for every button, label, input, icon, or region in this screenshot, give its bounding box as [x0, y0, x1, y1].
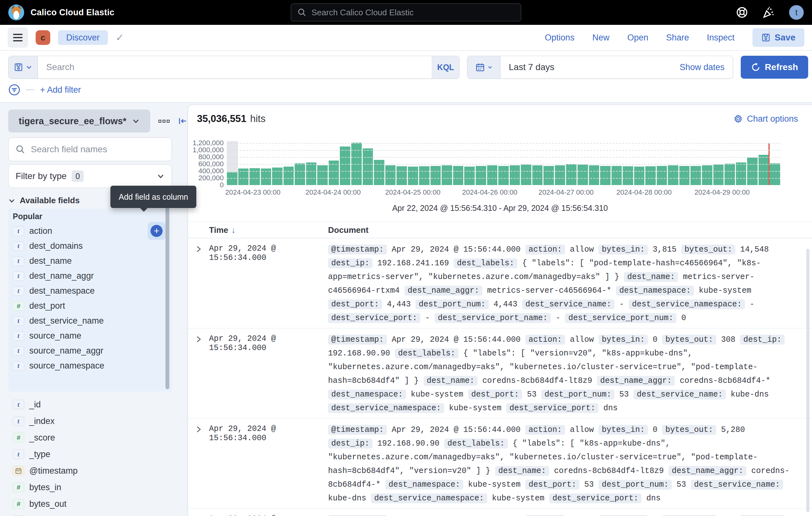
field-item-_score[interactable]: #_score	[8, 429, 172, 446]
chevron-right-icon	[195, 335, 202, 343]
doc-field-badge: dest_ip:	[328, 258, 373, 268]
field-item-dest_namespace[interactable]: tdest_namespace	[8, 283, 172, 298]
breadcrumb[interactable]: Discover	[58, 30, 108, 45]
save-button[interactable]: Save	[753, 28, 804, 47]
field-item-_index[interactable]: t_index	[8, 413, 172, 429]
kql-language-button[interactable]: KQL	[432, 56, 459, 78]
hits-count: 35,036,551	[197, 113, 246, 125]
x-axis-tick-label: 2024-04-26 00:00	[462, 188, 517, 196]
collapse-sidebar-icon[interactable]	[178, 116, 188, 126]
sidebar-scrollbar[interactable]	[166, 207, 169, 389]
global-search-input[interactable]: Search Calico Cloud Elastic	[291, 3, 521, 21]
saved-query-menu-button[interactable]	[8, 56, 38, 78]
field-item-_id[interactable]: t_id	[8, 396, 172, 413]
doc-field-badge: dest_service_name:	[691, 480, 783, 490]
field-item-dest_service_name[interactable]: tdest_service_name	[8, 314, 172, 328]
histogram-bar	[555, 165, 566, 185]
nav-link-open[interactable]: Open	[627, 33, 648, 43]
news-party-popper-icon[interactable]	[762, 6, 775, 19]
gridline	[227, 143, 780, 144]
field-search-input[interactable]: Search field names	[8, 138, 172, 161]
histogram-bar	[725, 164, 735, 185]
brand: Calico Cloud Elastic	[8, 4, 115, 20]
histogram-bar	[431, 166, 441, 185]
nav-link-options[interactable]: Options	[545, 33, 574, 43]
field-item-_type[interactable]: t_type	[8, 446, 172, 462]
field-item-source_name[interactable]: tsource_name	[8, 328, 172, 343]
field-name: dest_namespace	[29, 286, 95, 296]
text-field-icon: t	[13, 241, 24, 251]
nav-link-share[interactable]: Share	[666, 33, 689, 43]
histogram-bar	[623, 166, 633, 185]
doc-field-badge: dest_labels:	[454, 258, 517, 268]
date-picker[interactable]: Last 7 days Show dates	[467, 56, 733, 79]
doc-field-badge: action:	[525, 245, 565, 254]
field-item-dest_name[interactable]: tdest_name	[8, 253, 172, 269]
table-row: Apr 29, 2024 @ 15:56:34.000@timestamp: A…	[188, 418, 812, 508]
histogram-bar	[453, 166, 464, 185]
histogram-bar	[600, 166, 611, 185]
histogram-bar	[668, 165, 678, 185]
histogram-bar	[691, 166, 701, 185]
expand-row-button[interactable]	[188, 513, 209, 516]
histogram-bar	[227, 172, 237, 185]
field-item-@timestamp[interactable]: @timestamp	[8, 462, 172, 479]
field-item-action[interactable]: taction+	[8, 224, 172, 239]
doc-field-badge: bytes_in:	[599, 245, 648, 254]
text-field-icon: t	[13, 316, 24, 326]
histogram-bar	[645, 166, 656, 185]
nav-link-new[interactable]: New	[592, 33, 609, 43]
histogram-bar	[306, 162, 317, 185]
expand-row-button[interactable]	[188, 243, 209, 325]
field-item-source_name_aggr[interactable]: tsource_name_aggr	[8, 343, 172, 358]
field-item-dest_ip[interactable]: IPdest_ip	[8, 512, 172, 516]
space-avatar[interactable]: c	[36, 30, 50, 45]
chevron-down-icon	[488, 65, 493, 70]
index-pattern-select[interactable]: tigera_secure_ee_flows*	[8, 110, 150, 133]
field-name: @timestamp	[29, 466, 78, 476]
add-filter-button[interactable]: + Add filter	[40, 85, 81, 95]
time-range-summary: Apr 22, 2024 @ 15:56:54.310 - Apr 29, 20…	[188, 203, 812, 213]
time-range-value[interactable]: Last 7 days	[500, 62, 679, 72]
doc-field-badge: dest_service_name:	[522, 299, 614, 309]
refresh-button[interactable]: Refresh	[741, 56, 808, 79]
time-column-header[interactable]: Time ↓	[209, 225, 328, 235]
text-field-icon: t	[13, 361, 24, 371]
user-avatar[interactable]: t	[789, 5, 804, 20]
save-floppy-icon	[14, 63, 23, 72]
filter-type-count-badge: 0	[71, 170, 84, 182]
show-dates-button[interactable]: Show dates	[679, 62, 733, 72]
histogram-bar	[521, 165, 531, 185]
x-axis-tick-label: 2024-04-24 00:00	[306, 188, 361, 196]
histogram-bar	[657, 166, 667, 185]
date-quick-select-button[interactable]	[467, 56, 500, 78]
field-item-bytes_out[interactable]: #bytes_out	[8, 496, 172, 512]
field-item-dest_domains[interactable]: tdest_domains	[8, 239, 172, 253]
field-item-bytes_in[interactable]: #bytes_in	[8, 479, 172, 496]
expand-row-button[interactable]	[188, 423, 209, 505]
field-item-dest_port[interactable]: #dest_port	[8, 298, 172, 314]
text-field-icon: t	[13, 346, 24, 356]
histogram-bar	[442, 165, 452, 185]
save-floppy-icon	[761, 33, 770, 42]
help-lifering-icon[interactable]	[736, 6, 748, 19]
menu-hamburger-button[interactable]	[8, 27, 28, 48]
histogram-bar	[532, 165, 543, 185]
filter-by-type-select[interactable]: Filter by type 0	[8, 164, 172, 188]
query-search-input[interactable]: Search KQL	[8, 56, 460, 79]
fields-sidebar: tigera_secure_ee_flows* Search field nam…	[0, 103, 188, 516]
chart-options-button[interactable]: Chart options	[733, 114, 798, 124]
field-item-source_namespace[interactable]: tsource_namespace	[8, 358, 172, 373]
add-field-as-column-button[interactable]: +	[148, 222, 166, 240]
refresh-icon	[751, 62, 760, 72]
number-field-icon: #	[13, 499, 24, 509]
filter-icon[interactable]	[8, 84, 20, 96]
doc-field-badge: dest_name_aggr:	[668, 466, 747, 476]
field-item-dest_name_aggr[interactable]: tdest_name_aggr	[8, 269, 172, 283]
boxes-horizontal-icon[interactable]	[158, 120, 170, 123]
table-scrollbar[interactable]	[806, 249, 809, 512]
histogram-chart[interactable]: 1,200,0001,000,000800,000600,000400,0002…	[188, 143, 812, 185]
expand-row-button[interactable]	[188, 333, 209, 415]
x-axis-tick-label: 2024-04-28 00:00	[616, 188, 672, 196]
nav-link-inspect[interactable]: Inspect	[707, 33, 735, 43]
